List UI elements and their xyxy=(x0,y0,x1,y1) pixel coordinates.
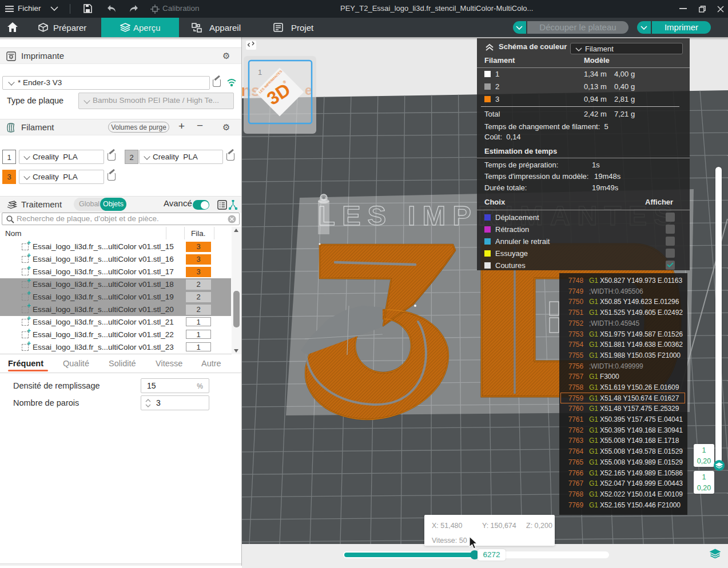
svg-text:1: 1 xyxy=(258,68,262,77)
